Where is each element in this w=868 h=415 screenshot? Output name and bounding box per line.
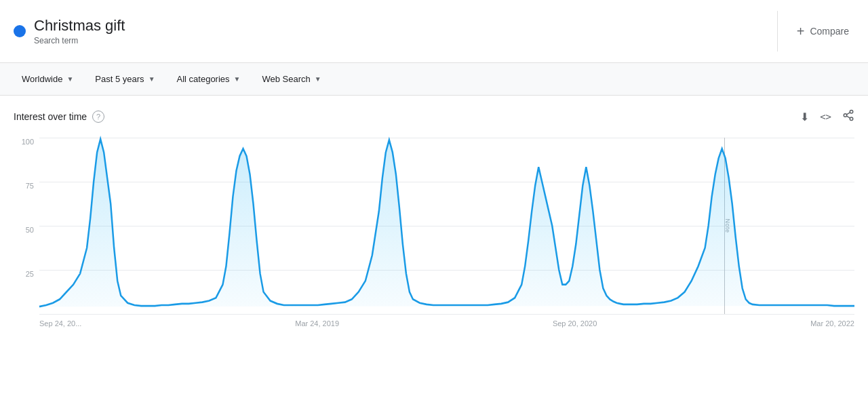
y-label-100: 100 xyxy=(14,138,34,146)
term-type: Search term xyxy=(34,36,125,45)
svg-line-3 xyxy=(846,116,850,118)
filter-time-label: Past 5 years xyxy=(95,74,144,84)
filter-search-type-label: Web Search xyxy=(262,74,310,84)
chevron-down-icon: ▼ xyxy=(149,75,155,83)
chart-inner: Note xyxy=(39,138,854,314)
filter-search-type[interactable]: Web Search ▼ xyxy=(254,68,329,90)
chart-section-header: Interest over time ? ⬇ <> xyxy=(0,96,868,131)
grid-line-0 xyxy=(39,314,854,315)
chevron-down-icon: ▼ xyxy=(234,75,241,83)
x-axis-labels: Sep 24, 20... Mar 24, 2019 Sep 20, 2020 … xyxy=(39,317,854,328)
x-label-4: Mar 20, 2022 xyxy=(810,319,854,328)
share-icon[interactable] xyxy=(842,109,854,124)
search-term-area: Christmas gift Search term xyxy=(14,17,764,45)
filter-categories[interactable]: All categories ▼ xyxy=(169,68,249,90)
compare-label: Compare xyxy=(810,26,849,37)
help-icon[interactable]: ? xyxy=(92,111,104,123)
filter-location[interactable]: Worldwide ▼ xyxy=(14,68,81,90)
download-icon[interactable]: ⬇ xyxy=(800,111,809,123)
chevron-down-icon: ▼ xyxy=(66,75,73,83)
y-label-25: 25 xyxy=(14,270,34,278)
chart-area: 100 75 50 25 Note xyxy=(0,131,868,341)
filter-time[interactable]: Past 5 years ▼ xyxy=(87,68,163,90)
term-title: Christmas gift xyxy=(34,17,125,35)
chevron-down-icon: ▼ xyxy=(315,75,321,83)
header-divider xyxy=(777,11,778,52)
chart-section-title: Interest over time xyxy=(14,111,87,122)
plus-icon: + xyxy=(797,24,805,39)
section-actions: ⬇ <> xyxy=(800,109,854,124)
y-axis-labels: 100 75 50 25 xyxy=(14,138,34,328)
term-info: Christmas gift Search term xyxy=(34,17,125,45)
section-title-area: Interest over time ? xyxy=(14,111,104,123)
y-label-50: 50 xyxy=(14,226,34,234)
chart-container: 100 75 50 25 Note xyxy=(14,138,854,328)
trend-chart xyxy=(39,138,854,314)
embed-icon[interactable]: <> xyxy=(820,111,831,122)
x-label-1: Sep 24, 20... xyxy=(39,319,81,328)
filter-categories-label: All categories xyxy=(177,74,230,84)
filter-location-label: Worldwide xyxy=(22,74,62,84)
header: Christmas gift Search term + Compare xyxy=(0,0,868,63)
term-indicator-dot xyxy=(14,25,26,37)
y-label-75: 75 xyxy=(14,182,34,190)
x-label-2: Mar 24, 2019 xyxy=(295,319,339,328)
x-label-3: Sep 20, 2020 xyxy=(553,319,597,328)
filters-bar: Worldwide ▼ Past 5 years ▼ All categorie… xyxy=(0,63,868,96)
svg-line-4 xyxy=(846,113,850,115)
compare-button[interactable]: + Compare xyxy=(791,18,854,45)
